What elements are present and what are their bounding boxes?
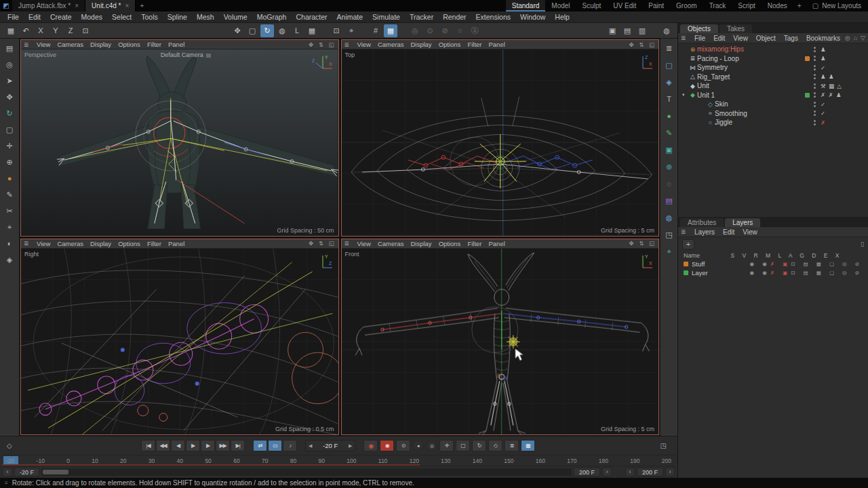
- record-filter-a-button[interactable]: ●: [412, 440, 424, 451]
- new-layouts-button[interactable]: ▢ New Layouts: [806, 0, 868, 12]
- tree-item-unit[interactable]: ◆ Unit ⚒ ▦ △: [678, 81, 868, 91]
- sphere-primitive-icon[interactable]: ●: [662, 109, 676, 123]
- viewport-menu-item[interactable]: Panel: [165, 240, 188, 247]
- frame-prev-stepper[interactable]: ◀: [306, 443, 315, 449]
- autokey-lock-icon[interactable]: Ⓐ: [468, 24, 481, 37]
- add-layout-button[interactable]: +: [793, 0, 806, 12]
- viewport-menu-item[interactable]: Cameras: [54, 240, 87, 247]
- snap-mid-icon[interactable]: ⊘: [438, 24, 452, 37]
- tree-item-pacing-loop[interactable]: ≣ Pacing - Loop ♟: [678, 54, 868, 64]
- render-settings-button[interactable]: ▥: [635, 24, 649, 37]
- panel-move-icon[interactable]: ✥: [307, 240, 315, 247]
- manager-tab[interactable]: Takes: [719, 24, 752, 33]
- layout-tab[interactable]: Sculpt: [576, 0, 608, 12]
- move-tool-icon[interactable]: ✥: [231, 24, 244, 37]
- panel-swap-icon[interactable]: ⇅: [637, 240, 646, 247]
- manager-tab[interactable]: Attributes: [680, 218, 724, 227]
- render-view-button[interactable]: ▣: [606, 24, 619, 37]
- viewport-menu-item[interactable]: Display: [87, 41, 115, 48]
- cycle-toggle[interactable]: ⇄: [253, 440, 267, 451]
- layer-toggle-icons[interactable]: ◉ ◉: [750, 270, 770, 276]
- keyframe-nav-icon[interactable]: ◇: [7, 442, 12, 449]
- panel-swap-icon[interactable]: ⇅: [637, 41, 646, 48]
- object-tags[interactable]: ⚒ ▦ △: [821, 83, 865, 89]
- layout-tab[interactable]: Standard: [506, 0, 546, 12]
- magnet-icon[interactable]: ⌖: [344, 24, 358, 37]
- menubar-item[interactable]: Modes: [77, 13, 108, 21]
- layout-tab[interactable]: Nodes: [762, 0, 793, 12]
- menubar-item[interactable]: Select: [107, 13, 136, 21]
- undo-icon[interactable]: ↶: [19, 24, 33, 37]
- timeline-scrollbar[interactable]: [41, 468, 572, 476]
- next-key-button[interactable]: ▶▶: [216, 440, 230, 451]
- goto-start-button[interactable]: |◀: [141, 440, 155, 451]
- object-tags[interactable]: ✓: [821, 110, 865, 117]
- record-parameter-toggle[interactable]: ◇: [488, 440, 502, 451]
- viewport-menu-item[interactable]: Cameras: [374, 240, 408, 247]
- panel-move-icon[interactable]: ✥: [627, 240, 635, 247]
- coord-system-icon[interactable]: ⊡: [79, 24, 92, 37]
- record-rotation-toggle[interactable]: ↻: [472, 440, 486, 451]
- layout-tab[interactable]: Paint: [642, 0, 670, 12]
- record-scale-toggle[interactable]: ▢: [456, 440, 470, 451]
- menubar-item[interactable]: Help: [550, 13, 574, 21]
- scale-tool-icon[interactable]: ▢: [3, 123, 17, 136]
- viewport-canvas[interactable]: Top Z X Grid Spacing : 5 cm: [342, 49, 659, 236]
- viewport-canvas[interactable]: Right Y Z Grid Spacing : 0.5 cm: [21, 249, 338, 435]
- menubar-item[interactable]: Volume: [219, 13, 252, 21]
- object-manager-menu-item[interactable]: Tags: [780, 35, 802, 42]
- range-start-stepper[interactable]: ‹: [3, 468, 12, 476]
- object-tags[interactable]: ♟: [821, 46, 865, 53]
- document-tab[interactable]: Jump Attack.fbx * ×: [12, 0, 85, 12]
- viewport-menu-item[interactable]: Display: [407, 240, 435, 247]
- range-end-value[interactable]: 200 F: [574, 468, 600, 476]
- delete-layer-icon[interactable]: ▯: [861, 241, 864, 247]
- snap-grid-icon[interactable]: #: [369, 24, 382, 37]
- object-manager-menu-item[interactable]: View: [729, 35, 752, 42]
- record-keyframe-button[interactable]: ◉: [363, 440, 378, 451]
- visibility-dots[interactable]: [814, 102, 816, 104]
- layer-toggle-icons-red[interactable]: ✗ ▣: [770, 270, 791, 276]
- coord-toggle-icon[interactable]: L: [290, 24, 304, 37]
- keyframe-selection-button[interactable]: ⊙: [396, 440, 410, 451]
- layout-grid-icon[interactable]: ▦: [4, 24, 18, 37]
- panel-swap-icon[interactable]: ⇅: [317, 41, 326, 48]
- snap-3d-icon[interactable]: ◎: [408, 24, 422, 37]
- workplane-icon[interactable]: ○: [453, 24, 467, 37]
- layer-row-stuff[interactable]: Stuff ◉ ◉ ✗ ▣ ⊡ ▤ ▦ ▢ ◎ ⊘: [678, 260, 868, 268]
- frame-ruler[interactable]: -20 -10 0 10 20 30 40 50: [2, 455, 675, 466]
- magnifier-icon[interactable]: ◎: [3, 58, 17, 71]
- object-tags[interactable]: ✗ ✗ ♟: [821, 92, 865, 98]
- object-tags[interactable]: ✓: [821, 64, 865, 71]
- menubar-item[interactable]: Edit: [24, 13, 45, 21]
- object-tags[interactable]: ♟ ♟: [821, 73, 865, 80]
- visibility-dots[interactable]: [814, 65, 816, 67]
- layer-manager-menu-item[interactable]: View: [738, 228, 762, 236]
- generator-icon[interactable]: ⊛: [662, 160, 676, 174]
- panel-menu-icon[interactable]: ≣: [681, 228, 690, 235]
- layer-toggle-icons[interactable]: ◉ ◉: [750, 261, 770, 267]
- viewport-menu-item[interactable]: Cameras: [374, 41, 408, 48]
- range-end-stepper[interactable]: ›: [602, 468, 612, 476]
- cube-primitive-icon[interactable]: ▢: [662, 58, 676, 72]
- snap-2d-icon[interactable]: ⊙: [423, 24, 437, 37]
- next-frame-button[interactable]: ▶: [201, 440, 215, 451]
- viewport-menu-icon[interactable]: ≣: [344, 240, 354, 247]
- viewport-menu-item[interactable]: Panel: [486, 41, 509, 48]
- layer-manager-menu-item[interactable]: Layers: [690, 228, 719, 236]
- viewport-menu-item[interactable]: View: [33, 240, 54, 247]
- tree-item-symmetry[interactable]: ⋈ Symmetry ✓: [678, 63, 868, 73]
- prev-frame-button[interactable]: ◀: [171, 440, 185, 451]
- menubar-item[interactable]: Simulate: [368, 13, 405, 21]
- frame-next-stepper[interactable]: ▶: [346, 443, 355, 449]
- play-button[interactable]: ▶: [186, 440, 200, 451]
- viewport-menu-item[interactable]: Options: [435, 240, 465, 247]
- visibility-dots[interactable]: [814, 110, 816, 113]
- quantize-icon[interactable]: ▦: [384, 24, 397, 37]
- record-filter-b-button[interactable]: ◎: [426, 440, 437, 451]
- object-manager-menu-item[interactable]: Bookmarks: [802, 35, 844, 42]
- record-position-toggle[interactable]: ✛: [439, 440, 454, 451]
- tree-item-mixamorig-hips[interactable]: ⊕ mixamorig:Hips ♟: [678, 45, 868, 54]
- live-selection-icon[interactable]: ➤: [3, 74, 17, 87]
- tab-close-icon[interactable]: ×: [125, 2, 129, 9]
